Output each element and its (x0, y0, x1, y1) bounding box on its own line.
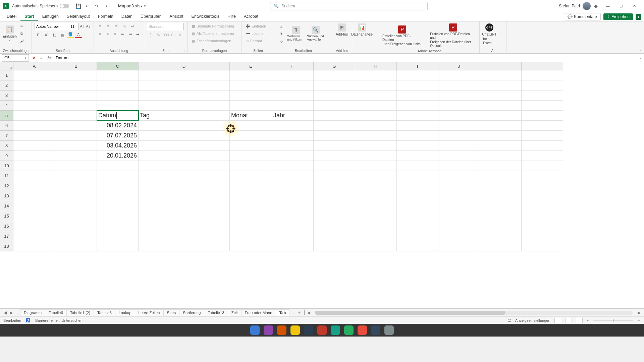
cell[interactable] (13, 90, 55, 101)
cell[interactable] (55, 70, 97, 80)
cell[interactable] (480, 181, 522, 191)
cell[interactable] (139, 101, 230, 111)
taskbar-app-icon[interactable] (277, 325, 286, 335)
row-header[interactable]: 10 (0, 161, 13, 171)
row-header[interactable]: 12 (0, 181, 13, 191)
cell[interactable] (13, 171, 55, 181)
cell[interactable] (97, 80, 139, 90)
ribbon-tab-formeln[interactable]: Formeln (94, 12, 117, 21)
cell[interactable] (522, 241, 563, 251)
row-header[interactable]: 16 (0, 221, 13, 231)
cell[interactable] (13, 221, 55, 231)
cell[interactable] (355, 90, 397, 101)
cell[interactable] (522, 151, 563, 161)
cell[interactable] (272, 141, 314, 151)
sheet-overflow-icon[interactable]: … (289, 311, 295, 315)
close-button[interactable]: ✕ (628, 1, 641, 11)
cell[interactable] (438, 80, 480, 90)
sheet-tab[interactable]: Tabelle8 (94, 309, 115, 316)
cell[interactable] (314, 151, 355, 161)
sheet-tab[interactable]: Tabelle6 (45, 309, 67, 316)
cell[interactable] (438, 191, 480, 201)
cell[interactable] (480, 70, 522, 80)
cell[interactable] (438, 211, 480, 221)
cell[interactable]: Monat (230, 111, 272, 121)
row-header[interactable]: 13 (0, 191, 13, 201)
cell[interactable] (397, 101, 438, 111)
align-bottom-icon[interactable]: ≡ (113, 23, 120, 29)
cell[interactable] (13, 201, 55, 211)
cell[interactable] (55, 231, 97, 241)
cell[interactable] (397, 90, 438, 101)
cell[interactable] (55, 191, 97, 201)
cell[interactable] (522, 161, 563, 171)
cell[interactable] (355, 161, 397, 171)
cell[interactable] (314, 181, 355, 191)
cell[interactable] (314, 221, 355, 231)
find-select-button[interactable]: 🔍 Suchen und Auswählen (306, 25, 325, 42)
undo-icon[interactable]: ↶ (83, 2, 92, 10)
cell[interactable] (272, 211, 314, 221)
number-launcher-icon[interactable]: ⌐ (184, 49, 186, 52)
cell[interactable] (314, 231, 355, 241)
cell[interactable] (397, 151, 438, 161)
cell[interactable] (314, 131, 355, 141)
cell[interactable] (355, 141, 397, 151)
cell[interactable] (355, 131, 397, 141)
cell[interactable] (97, 231, 139, 241)
copy-icon[interactable]: ⧉ (18, 30, 25, 37)
cell[interactable] (480, 131, 522, 141)
sheet-tab[interactable]: Tab (276, 309, 290, 316)
row-header[interactable]: 2 (0, 80, 13, 90)
cell[interactable] (97, 161, 139, 171)
cell[interactable] (355, 111, 397, 121)
row-header[interactable]: 3 (0, 90, 13, 101)
cell[interactable] (97, 90, 139, 101)
ribbon-tab-ansicht[interactable]: Ansicht (166, 12, 187, 21)
cell[interactable] (397, 241, 438, 251)
cell[interactable] (55, 211, 97, 221)
row-header[interactable]: 1 (0, 70, 13, 80)
docname-dropdown-icon[interactable]: ▾ (144, 4, 146, 8)
name-box-dropdown-icon[interactable]: ▾ (25, 56, 26, 60)
decrease-font-icon[interactable]: A↓ (86, 23, 91, 29)
cell[interactable] (230, 201, 272, 211)
cell[interactable] (230, 90, 272, 101)
select-all-corner[interactable] (0, 62, 13, 70)
fx-icon[interactable]: ƒx (46, 55, 52, 61)
sheet-tab[interactable]: Lookup (115, 309, 135, 316)
taskbar-app-icon[interactable] (331, 325, 340, 335)
search-box[interactable]: 🔍 Suchen (270, 2, 428, 10)
taskbar-app-icon[interactable] (304, 325, 313, 335)
insert-cells-button[interactable]: ➕Einfügen (244, 23, 272, 29)
hscroll-left-icon[interactable]: ◀ (306, 310, 312, 315)
cell[interactable] (230, 161, 272, 171)
cell[interactable] (272, 101, 314, 111)
cell[interactable] (13, 231, 55, 241)
merge-icon[interactable]: ⬌ (135, 31, 142, 38)
cell[interactable] (438, 231, 480, 241)
cell[interactable] (397, 161, 438, 171)
format-cells-button[interactable]: ▭Format (244, 38, 272, 44)
cell[interactable] (397, 221, 438, 231)
clear-icon[interactable]: ◇ (278, 38, 285, 44)
align-launcher-icon[interactable]: ⌐ (141, 49, 143, 52)
cell[interactable] (230, 181, 272, 191)
cell[interactable] (139, 201, 230, 211)
column-header[interactable]: I (397, 62, 438, 70)
cell[interactable] (438, 90, 480, 101)
ribbon-tab-datei[interactable]: Datei (3, 12, 20, 21)
row-header[interactable]: 18 (0, 241, 13, 251)
cell[interactable] (314, 201, 355, 211)
delete-cells-button[interactable]: ➖Löschen (244, 30, 272, 37)
cell[interactable] (139, 221, 230, 231)
cell[interactable] (230, 70, 272, 80)
comments-button[interactable]: 💬 Kommentare (564, 13, 601, 20)
cell[interactable] (438, 151, 480, 161)
cell[interactable] (438, 161, 480, 171)
cell[interactable] (97, 70, 139, 80)
cell[interactable] (139, 211, 230, 221)
redo-icon[interactable]: ↷ (93, 2, 101, 10)
cell[interactable] (139, 80, 230, 90)
ribbon-tab-überprüfen[interactable]: Überprüfen (137, 12, 166, 21)
